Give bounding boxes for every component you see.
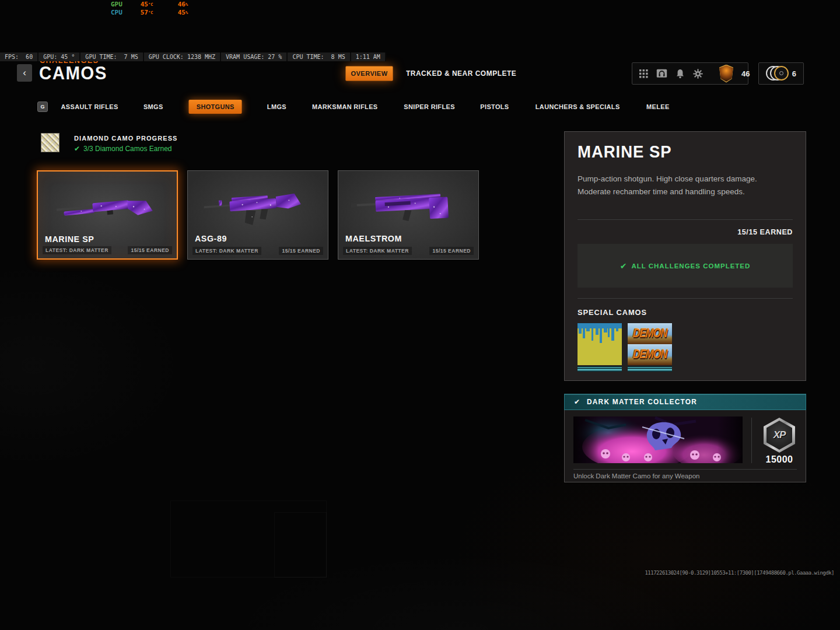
tab-launchers-specials[interactable]: LAUNCHERS & SPECIALS	[536, 103, 620, 110]
gpu-usage-unit: %	[186, 1, 194, 9]
weapon-description-line2: Moderate rechamber time and handling spe…	[578, 187, 793, 196]
fps-stat: FPS: 60	[0, 52, 37, 61]
divider	[578, 298, 793, 299]
camo-tile-strip	[628, 366, 672, 372]
dark-matter-collector-card[interactable]: ✔ DARK MATTER COLLECTOR	[564, 394, 806, 482]
camo-tile-strip	[578, 366, 622, 372]
player-emblem-icon[interactable]	[719, 65, 733, 83]
diamond-progress-title: DIAMOND CAMO PROGRESS	[74, 135, 178, 142]
weapon-card-marine-sp[interactable]: MARINE SP LATEST: DARK MATTER 15/15 EARN…	[37, 170, 178, 260]
card-weapon-name: ASG-89	[195, 233, 227, 243]
debug-telemetry-text: 111722613024[90-0.3129]10553+11:[7300][1…	[645, 570, 834, 576]
tab-pistols[interactable]: PISTOLS	[481, 103, 509, 110]
card-earned-count: 15/15 EARNED	[429, 247, 474, 255]
card-earned-count: 15/15 EARNED	[279, 247, 323, 255]
camos-screen: GPU 45 °C 46 % CPU 57 °C 45 % FPS: 60 GP…	[0, 0, 840, 630]
tab-smgs[interactable]: SMGS	[144, 103, 163, 110]
cpu-label: CPU	[111, 9, 132, 17]
header-utility-group: 46	[632, 62, 748, 85]
back-button[interactable]: ‹	[17, 64, 32, 82]
tab-melee[interactable]: MELEE	[646, 103, 670, 110]
vram-usage-stat: VRAM USAGE: 27 %	[221, 52, 286, 61]
divider	[578, 219, 793, 220]
maelstrom-weapon-image	[346, 180, 471, 234]
voice-chat-icon[interactable]	[656, 69, 667, 79]
dark-matter-artwork	[573, 416, 743, 463]
weapon-description-line1: Pump-action shotgun. High close quarters…	[578, 174, 793, 183]
notifications-bell-icon[interactable]	[676, 69, 685, 79]
demon-camo-icon: DEMON DEMON	[628, 323, 672, 365]
asg-89-weapon-image	[196, 180, 321, 234]
demon-word: DEMON	[632, 348, 667, 362]
detail-earned-count: 15/15 EARNED	[737, 228, 793, 236]
cpu-stats-row: CPU 57 °C 45 %	[111, 9, 194, 17]
special-camos-title: SPECIAL CAMOS	[578, 308, 647, 317]
card-latest-camo: LATEST: DARK MATTER	[43, 246, 111, 254]
drip-camo-icon	[578, 323, 622, 365]
collector-header: ✔ DARK MATTER COLLECTOR	[564, 394, 806, 410]
weapon-detail-panel: MARINE SP Pump-action shotgun. High clos…	[564, 131, 806, 381]
xp-reward-value: 15000	[751, 454, 807, 465]
collector-title: DARK MATTER COLLECTOR	[587, 398, 697, 406]
menu-grid-icon[interactable]	[639, 69, 648, 78]
card-weapon-name: MAELSTROM	[345, 233, 402, 243]
prestige-count-value: 6	[792, 69, 796, 78]
settings-gear-icon[interactable]	[693, 69, 703, 79]
demon-word: DEMON	[632, 327, 667, 341]
hardware-monitor-overlay: GPU 45 °C 46 % CPU 57 °C 45 %	[111, 1, 194, 17]
card-weapon-name: MARINE SP	[45, 234, 94, 244]
tab-assault-rifles[interactable]: ASSAULT RIFLES	[61, 103, 118, 110]
all-challenges-completed-banner: ✔ ALL CHALLENGES COMPLETED	[578, 244, 793, 288]
background-ghost-panel	[274, 512, 327, 578]
gpu-temp-unit: °C	[148, 1, 156, 9]
completed-text: ALL CHALLENGES COMPLETED	[631, 262, 750, 270]
xp-badge-icon: XP	[764, 418, 795, 453]
gpu-label: GPU	[111, 1, 132, 9]
prestige-group[interactable]: 6	[758, 62, 804, 85]
diamond-progress-status: ✔ 3/3 Diamond Camos Earned	[74, 145, 172, 153]
card-latest-camo: LATEST: DARK MATTER	[343, 247, 412, 255]
gpu-usage-value: 46	[169, 1, 186, 9]
diamond-camo-thumbnail	[41, 133, 60, 152]
gpu-time-stat: GPU TIME: 7 MS	[80, 52, 142, 61]
gpu-temp-value: 45	[132, 1, 148, 9]
player-level-value: 46	[741, 69, 750, 78]
cpu-usage-value: 45	[169, 9, 186, 17]
overview-button[interactable]: OVERVIEW	[345, 66, 393, 81]
cpu-usage-unit: %	[186, 9, 194, 17]
weapon-class-tabs: ASSAULT RIFLES SMGS SHOTGUNS LMGS MARKSM…	[60, 99, 670, 115]
divider	[573, 469, 797, 470]
prestige-tokens-icon	[766, 65, 788, 82]
tab-shotguns[interactable]: SHOTGUNS	[188, 100, 242, 114]
tab-marksman-rifles[interactable]: MARKSMAN RIFLES	[312, 103, 378, 110]
collector-unlock-text: Unlock Dark Matter Camo for any Weapon	[573, 473, 699, 480]
gpu-stats-row: GPU 45 °C 46 %	[111, 1, 194, 9]
card-latest-camo: LATEST: DARK MATTER	[192, 247, 261, 255]
performance-stats-bar: FPS: 60 GPU: 45 ° GPU TIME: 7 MS GPU CLO…	[0, 52, 386, 61]
back-chevron-icon: ‹	[23, 67, 26, 79]
diamond-progress-text: 3/3 Diamond Camos Earned	[83, 145, 172, 153]
page-title: CAMOS	[39, 63, 107, 84]
check-icon: ✔	[620, 261, 627, 271]
cpu-temp-unit: °C	[148, 9, 156, 17]
cpu-time-stat: CPU TIME: 8 MS	[288, 52, 349, 61]
marine-sp-weapon-image	[46, 181, 171, 235]
clock-stat: 1:11 AM	[351, 52, 385, 61]
tab-sniper-rifles[interactable]: SNIPER RIFLES	[404, 103, 456, 110]
gpu-clock-stat: GPU CLOCK: 1238 MHZ	[144, 52, 220, 61]
card-earned-count: 15/15 EARNED	[128, 246, 172, 254]
weapon-card-asg-89[interactable]: ASG-89 LATEST: DARK MATTER 15/15 EARNED	[187, 170, 328, 260]
gpu-temp-stat: GPU: 45 °	[38, 52, 79, 61]
tracked-near-complete-label: TRACKED & NEAR COMPLETE	[406, 69, 516, 78]
special-camo-drip-tile[interactable]	[578, 323, 622, 372]
check-icon: ✔	[74, 145, 80, 153]
weapon-card-maelstrom[interactable]: MAELSTROM LATEST: DARK MATTER 15/15 EARN…	[338, 170, 479, 260]
key-hint-g: G	[37, 102, 48, 112]
xp-label: XP	[774, 429, 786, 441]
detail-weapon-name: MARINE SP	[578, 142, 672, 162]
cpu-temp-value: 57	[132, 9, 148, 17]
special-camo-demon-tile[interactable]: DEMON DEMON	[628, 323, 672, 372]
check-icon: ✔	[574, 398, 580, 406]
tab-lmgs[interactable]: LMGS	[267, 103, 286, 110]
